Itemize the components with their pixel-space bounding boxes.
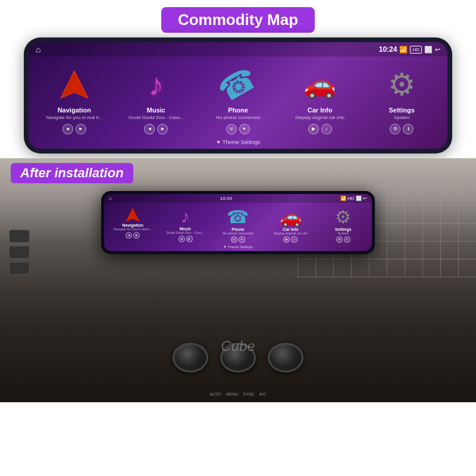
svg-marker-2 [126, 208, 140, 222]
settings-app-item[interactable]: ⚙ Settings System ⚙ ℹ [366, 64, 437, 134]
inst-nav-c1[interactable]: ◄ [126, 232, 132, 239]
nav-app-item[interactable]: Navigation Navigate for you in real ti..… [39, 64, 110, 134]
installed-carinfo-name: Car Info [283, 227, 298, 231]
left-door-buttons [9, 230, 30, 275]
left-btn-1[interactable] [9, 230, 30, 243]
installed-gear-icon: ⚙ [335, 206, 351, 227]
carinfo-app-name: Car Info [308, 107, 333, 114]
installed-phone-name: Phone [231, 227, 244, 231]
settings-icon-wrapper: ⚙ [381, 64, 422, 105]
settings-app-name: Settings [389, 107, 414, 114]
screen-icon: ⬜ [424, 46, 433, 54]
phone-app-item[interactable]: ☎ Phone No phone connected ☏ ✦ [202, 64, 274, 134]
dash-label-ac: A/C [259, 392, 267, 396]
music-app-item[interactable]: ♪ Music Doobi Doobi Doo - Cass... ◄ ► [120, 64, 192, 134]
nav-ctrl-1[interactable]: ◄ [62, 124, 73, 134]
phone-icon: ☎ [212, 60, 264, 109]
installed-phone-icon: ☎ [227, 206, 249, 227]
wifi-icon: 📶 [399, 46, 408, 54]
installed-app-grid: Navigation Navigate for you in real ti..… [104, 203, 372, 244]
installed-carinfo-controls: ▶ ♪ [283, 236, 298, 243]
left-btn-2[interactable] [9, 246, 30, 259]
music-icon: ♪ [148, 67, 164, 102]
installed-phone-controls: ☏ ✦ [231, 236, 245, 243]
installed-status-bar: ⌂ 10:24 📶 HD ⬜ ↩ [104, 194, 372, 203]
dash-label-auto: AUTO [209, 392, 221, 396]
installed-music[interactable]: ♪ Music Doobi Doobi Doo - Cass... ◄ ► [162, 206, 209, 243]
dashboard-controls-row: AUTO MENU SYNC A/C [0, 392, 476, 396]
title-badge: Commodity Map [161, 7, 315, 33]
status-bar: ⌂ 10:24 📶 HD ⬜ ↩ [29, 42, 447, 57]
settings-ctrl-2[interactable]: ℹ [403, 124, 414, 134]
phone-ctrl-2[interactable]: ✦ [239, 124, 250, 134]
title-section: Commodity Map [0, 0, 476, 37]
installed-status-icons: 📶 HD ⬜ ↩ [340, 196, 367, 201]
settings-ctrl-1[interactable]: ⚙ [390, 124, 400, 134]
installed-home-icon[interactable]: ⌂ [109, 196, 112, 201]
installed-time: 10:24 [220, 196, 232, 201]
music-controls: ◄ ► [144, 124, 168, 134]
installed-music-controls: ◄ ► [178, 236, 193, 242]
installed-settings[interactable]: ⚙ Settings System ⚙ ℹ [320, 206, 367, 243]
inst-gear-c1[interactable]: ⚙ [336, 236, 343, 243]
carinfo-app-item[interactable]: 🚗 Car Info Display original car info ▶ ♪ [284, 64, 356, 134]
inst-car-c1[interactable]: ▶ [283, 236, 290, 243]
installed-screen-inner: ⌂ 10:24 📶 HD ⬜ ↩ Navigation Navigate for… [104, 194, 372, 251]
installed-screen-mockup: ⌂ 10:24 📶 HD ⬜ ↩ Navigation Navigate for… [101, 191, 375, 254]
installed-theme-bar[interactable]: ▼ Theme Settings [104, 244, 372, 251]
inst-nav-c2[interactable]: ► [133, 232, 140, 239]
installed-carinfo[interactable]: 🚗 Car Info Display original car info ▶ ♪ [267, 206, 314, 243]
installed-music-desc: Doobi Doobi Doo - Cass... [167, 231, 205, 234]
vent-right [268, 343, 303, 372]
nav-ctrl-2[interactable]: ► [76, 124, 86, 134]
installed-carinfo-desc: Display original car info [274, 231, 308, 235]
nav-icon-wrapper [54, 64, 95, 105]
after-installation-badge: After installation [11, 163, 133, 183]
music-ctrl-2[interactable]: ► [157, 124, 168, 134]
back-icon[interactable]: ↩ [435, 46, 440, 54]
theme-bar[interactable]: ▼ Theme Settings [29, 137, 447, 149]
top-screen-mockup: ⌂ 10:24 📶 HD ⬜ ↩ [24, 37, 452, 154]
phone-app-desc: No phone connected [216, 115, 260, 121]
inst-phone-c2[interactable]: ✦ [239, 236, 245, 243]
vent-left [173, 343, 208, 372]
car-icon: 🚗 [303, 69, 336, 100]
music-app-name: Music [147, 107, 165, 114]
dash-label-sync: SYNC [243, 392, 254, 396]
phone-icon-wrapper: ☎ [217, 64, 259, 105]
inst-car-c2[interactable]: ♪ [291, 236, 298, 243]
inst-phone-c1[interactable]: ☏ [231, 236, 237, 243]
carinfo-app-desc: Display original car info [295, 115, 345, 121]
installed-nav-controls: ◄ ► [126, 232, 140, 239]
installed-music-name: Music [180, 227, 192, 231]
carinfo-ctrl-1[interactable]: ▶ [308, 124, 319, 134]
music-ctrl-1[interactable]: ◄ [144, 124, 155, 134]
home-icon[interactable]: ⌂ [36, 45, 40, 54]
installed-phone[interactable]: ☎ Phone No phone connected ☏ ✦ [214, 206, 262, 243]
nav-app-name: Navigation [58, 107, 91, 114]
hd-badge: HD [410, 46, 422, 54]
phone-ctrl-1[interactable]: ☏ [226, 124, 237, 134]
after-section: After installation ⌂ 10:24 📶 HD ⬜ ↩ [0, 158, 476, 402]
dash-label-menu: MENU [226, 392, 239, 396]
installed-settings-desc: System [338, 231, 349, 235]
installed-phone-desc: No phone connected [223, 231, 253, 235]
installed-settings-controls: ⚙ ℹ [336, 236, 350, 243]
inst-music-c1[interactable]: ◄ [178, 236, 185, 242]
installed-nav-name: Navigation [122, 223, 143, 227]
inst-gear-c2[interactable]: ℹ [344, 236, 350, 243]
nav-controls: ◄ ► [62, 124, 86, 134]
music-app-desc: Doobi Doobi Doo - Cass... [129, 115, 184, 121]
installed-nav-icon [124, 206, 141, 223]
music-icon-wrapper: ♪ [135, 64, 177, 105]
app-grid: Navigation Navigate for you in real ti..… [29, 57, 447, 137]
settings-app-desc: System [394, 115, 410, 121]
svg-marker-0 [61, 71, 88, 98]
inst-music-c2[interactable]: ► [186, 236, 193, 242]
carinfo-icon-wrapper: 🚗 [299, 64, 341, 105]
installed-settings-name: Settings [335, 227, 352, 231]
carinfo-ctrl-2[interactable]: ♪ [321, 124, 332, 134]
installed-nav[interactable]: Navigation Navigate for you in real ti..… [109, 206, 156, 243]
carinfo-controls: ▶ ♪ [308, 124, 332, 134]
left-btn-3[interactable] [9, 262, 30, 275]
